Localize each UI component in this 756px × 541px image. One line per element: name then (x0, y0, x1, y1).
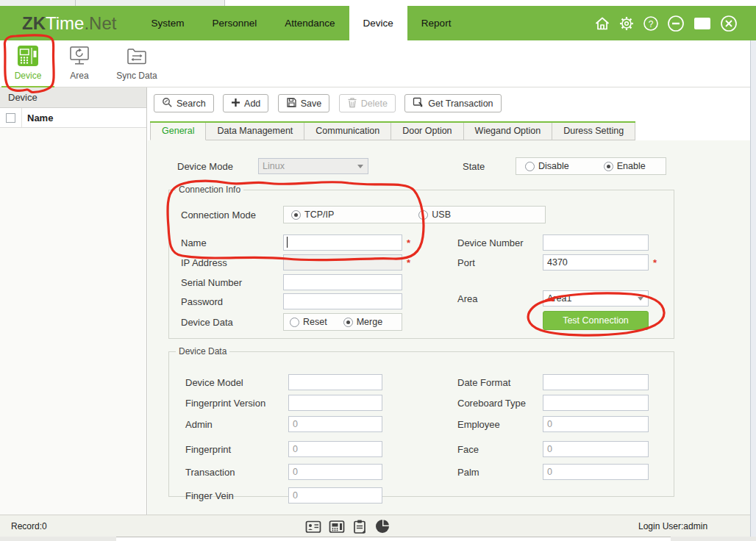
os-top-edge-divider (75, 0, 76, 6)
password-input[interactable] (283, 293, 402, 309)
terminal-icon[interactable] (329, 519, 345, 537)
device-terminal-icon (10, 44, 46, 68)
face-count-input[interactable] (543, 441, 649, 457)
connection-mode-radio-group: TCP/IP USB (283, 206, 546, 223)
date-format-row: Date Format (457, 374, 649, 390)
get-transaction-button[interactable]: Get Transaction (404, 94, 501, 112)
port-label: Port (457, 257, 543, 268)
menu-item-attendance[interactable]: Attendance (271, 6, 349, 40)
date-format-input[interactable] (543, 374, 649, 390)
chevron-down-icon (357, 165, 363, 168)
palm-count-input[interactable] (543, 464, 649, 480)
menu-item-personnel[interactable]: Personnel (198, 6, 271, 40)
device-data-legend: Device Data (176, 346, 229, 357)
settings-gear-icon[interactable] (618, 15, 635, 32)
device-mode-value: Linux (263, 161, 285, 171)
ip-address-input[interactable] (283, 254, 402, 270)
employee-row: Employee (457, 416, 649, 432)
device-list-header-row[interactable]: Name (0, 108, 146, 128)
fingerprint-row: Fingerprint (185, 441, 382, 457)
device-number-label: Device Number (457, 237, 543, 248)
clipboard-icon[interactable] (352, 519, 367, 537)
fingerprint-version-input[interactable] (288, 395, 382, 411)
tab-door-option[interactable]: Door Option (391, 123, 463, 140)
search-button[interactable]: Search (154, 94, 214, 112)
tab-data-management[interactable]: Data Management (206, 123, 304, 140)
device-mode-row: Device Mode (177, 158, 258, 174)
merge-radio[interactable]: Merge (343, 317, 382, 327)
menu-item-system[interactable]: System (137, 6, 198, 40)
settings-tabs: General Data Management Communication Do… (150, 121, 635, 140)
tab-general[interactable]: General (150, 123, 206, 140)
app-header: ZKTime.Net System Personnel Attendance D… (0, 6, 756, 40)
trash-icon (347, 97, 357, 110)
select-all-checkbox[interactable] (6, 113, 15, 123)
id-badge-icon[interactable] (305, 519, 321, 537)
device-tree-panel: Device Name (0, 87, 147, 515)
tcpip-radio[interactable]: TCP/IP (291, 209, 334, 220)
save-floppy-icon (286, 97, 297, 110)
area-select[interactable]: Area1 (543, 290, 649, 307)
name-input[interactable] (283, 234, 402, 251)
area-row: Area (457, 290, 543, 307)
chevron-down-icon (638, 297, 643, 301)
window-right-edge (750, 40, 756, 537)
search-label: Search (176, 98, 206, 109)
tab-communication[interactable]: Communication (304, 123, 391, 140)
home-icon[interactable] (593, 15, 611, 32)
state-disable-radio[interactable]: Disable (525, 161, 569, 171)
menu-item-device[interactable]: Device (349, 6, 407, 40)
radio-on-icon (291, 210, 301, 220)
port-input[interactable] (543, 254, 649, 270)
os-top-edge-segment (225, 0, 756, 6)
usb-radio[interactable]: USB (418, 209, 451, 220)
plus-icon (231, 98, 240, 110)
required-asterisk: * (653, 257, 657, 268)
add-button[interactable]: Add (223, 94, 268, 112)
state-enable-radio[interactable]: Enable (604, 161, 646, 171)
os-top-edge-divider (224, 0, 225, 6)
transaction-row: Transaction (185, 464, 382, 480)
test-connection-button[interactable]: Test Connection (543, 311, 649, 330)
help-icon[interactable]: ? (642, 15, 660, 32)
employee-count-input[interactable] (543, 416, 649, 432)
ribbon-item-device[interactable]: Device (10, 44, 46, 81)
device-model-input[interactable] (288, 374, 382, 390)
get-transaction-label: Get Transaction (428, 98, 493, 109)
ribbon-label-device: Device (10, 71, 46, 81)
fingerprint-count-input[interactable] (288, 441, 382, 457)
search-icon (162, 97, 173, 110)
device-mode-select[interactable]: Linux (258, 158, 368, 174)
palm-row: Palm (457, 464, 649, 480)
radio-off-icon (525, 162, 535, 171)
device-number-input[interactable] (543, 234, 649, 251)
device-number-row: Device Number (457, 234, 649, 251)
admin-count-input[interactable] (288, 416, 382, 432)
tab-wiegand-option[interactable]: Wiegand Option (464, 123, 553, 140)
status-icons (305, 518, 391, 537)
save-button[interactable]: Save (278, 94, 330, 112)
ribbon-item-area[interactable]: Area (65, 44, 94, 81)
minimize-icon[interactable] (666, 14, 685, 33)
ribbon-item-sync-data[interactable]: Sync Data (114, 44, 160, 81)
coreboard-type-input[interactable] (543, 395, 649, 411)
serial-number-label: Serial Number (181, 277, 283, 288)
reset-radio[interactable]: Reset (290, 317, 327, 327)
pie-chart-icon[interactable] (374, 518, 391, 537)
ip-address-row: IP Address * (181, 254, 410, 270)
serial-number-input[interactable] (283, 274, 402, 290)
finger-vein-count-input[interactable] (288, 487, 382, 504)
text-caret (287, 237, 288, 248)
add-label: Add (244, 98, 260, 109)
delete-button[interactable]: Delete (339, 94, 396, 112)
transaction-count-input[interactable] (288, 464, 382, 480)
maximize-icon[interactable] (692, 14, 713, 33)
main-panel: Search Add Save Delete (148, 87, 750, 515)
coreboard-type-label: Coreboard Type (457, 398, 543, 409)
tab-duress-setting[interactable]: Duress Setting (552, 123, 635, 140)
get-transaction-icon (413, 97, 424, 110)
menu-item-report[interactable]: Report (407, 6, 466, 40)
general-tab-content: Device Mode Linux State Disable Enable C… (148, 140, 750, 515)
app-window: ZKTime.Net System Personnel Attendance D… (0, 0, 756, 541)
close-icon[interactable] (719, 14, 738, 33)
